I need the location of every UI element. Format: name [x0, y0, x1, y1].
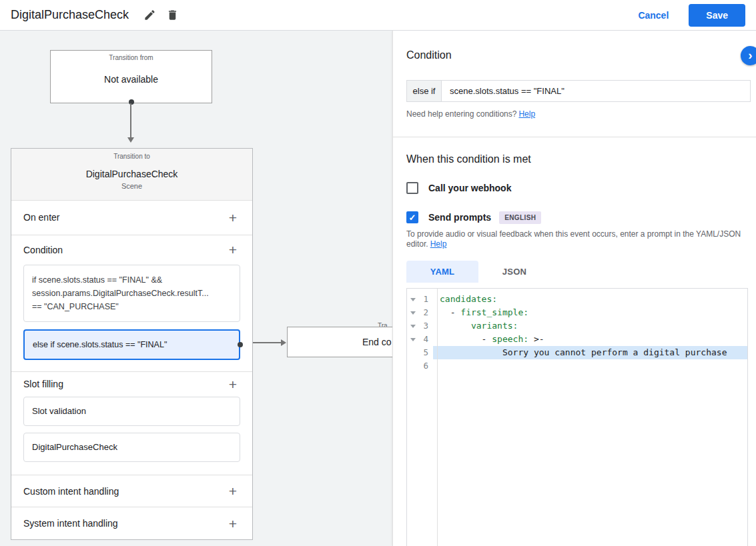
condition-text-line: session.params.DigitalPurchaseCheck.resu… — [32, 287, 232, 300]
yaml-key: speech: — [492, 334, 528, 344]
condition-text-line: == "CAN_PURCHASE" — [32, 300, 232, 313]
on-enter-label: On enter — [23, 212, 59, 223]
code-line-6: 6 — [407, 359, 747, 373]
fold-icon[interactable] — [410, 325, 416, 328]
code-line-2: 2 - first_simple: — [407, 306, 747, 319]
editor-hint-text: To provide audio or visual feedback when… — [406, 229, 743, 249]
end-conversation-node[interactable]: End co — [287, 327, 394, 357]
send-prompts-checkbox[interactable] — [406, 211, 418, 223]
transition-to-label: Transition to — [11, 149, 252, 160]
slot-card-text: Slot validation — [32, 406, 86, 416]
add-system-intent-button[interactable] — [226, 516, 240, 531]
condition-editor-panel: Condition else if Need help entering con… — [392, 31, 756, 546]
trash-icon — [166, 9, 179, 21]
condition-selected-text: else if scene.slots.status == "FINAL" — [33, 338, 167, 351]
conditions-help-text: Need help entering conditions?Help — [406, 109, 535, 119]
transition-from-node[interactable]: Transition from Not available — [50, 50, 212, 103]
line-number: 6 — [418, 359, 433, 373]
line-number: 2 — [418, 306, 433, 319]
connector-port-dot — [238, 342, 243, 347]
line-number: 5 — [418, 346, 433, 359]
webhook-checkbox[interactable] — [406, 182, 418, 194]
top-bar: DigitalPurchaseCheck Cancel Save — [0, 0, 756, 31]
condition-card-selected[interactable]: else if scene.slots.status == "FINAL" — [23, 329, 240, 360]
add-condition-button[interactable] — [226, 243, 240, 257]
editor-help-link[interactable]: Help — [430, 239, 447, 249]
section-system-intent-handling[interactable]: System intent handling — [11, 507, 252, 539]
send-prompts-row: Send prompts ENGLISH — [406, 211, 541, 224]
condition-card-first[interactable]: if scene.slots.status == "FINAL" && sess… — [23, 265, 240, 322]
hint-body: To provide audio or visual feedback when… — [406, 229, 741, 249]
condition-expression-input[interactable] — [441, 80, 751, 102]
delete-scene-button[interactable] — [161, 4, 183, 27]
arrow-down-icon — [127, 137, 134, 143]
cancel-button[interactable]: Cancel — [638, 10, 669, 21]
page-title: DigitalPurchaseCheck — [11, 8, 129, 22]
add-slot-button[interactable] — [226, 377, 240, 391]
chevron-right-icon — [748, 51, 752, 61]
language-badge: ENGLISH — [499, 211, 541, 224]
fold-icon[interactable] — [410, 311, 416, 315]
panel-title: Condition — [406, 49, 452, 61]
scene-node-title: DigitalPurchaseCheck — [11, 169, 252, 179]
code-line-3: 3 variants: — [407, 319, 747, 333]
add-custom-intent-button[interactable] — [226, 484, 240, 499]
custom-intent-label: Custom intent handling — [23, 486, 119, 497]
connector-line-vertical — [130, 103, 131, 137]
slot-card-text: DigitalPurchaseCheck — [32, 442, 117, 452]
conditions-help-link[interactable]: Help — [518, 109, 535, 119]
yaml-code-editor[interactable]: 1 candidates: 2 - first_simple: 3 varian… — [406, 288, 748, 546]
yaml-plain: - — [440, 307, 460, 317]
yaml-key: candidates: — [440, 294, 497, 304]
code-line-4: 4 - speech: >- — [407, 333, 747, 346]
tab-yaml[interactable]: YAML — [406, 261, 478, 283]
arrow-right-icon — [281, 339, 286, 346]
panel-divider — [393, 137, 756, 137]
help-prompt-text: Need help entering conditions? — [406, 109, 516, 119]
line-number: 3 — [418, 319, 433, 333]
edit-name-button[interactable] — [138, 4, 161, 27]
condition-input-row: else if — [406, 80, 751, 102]
webhook-label: Call your webhook — [428, 183, 511, 193]
slot-filling-label: Slot filling — [23, 379, 63, 389]
section-custom-intent-handling[interactable]: Custom intent handling — [11, 475, 252, 507]
slot-filling-section-head: Slot filling — [11, 372, 252, 397]
yaml-key: variants: — [471, 321, 518, 331]
yaml-plain: >- — [528, 334, 544, 344]
condition-operator-label: else if — [406, 80, 442, 102]
scene-node-subtitle: Scene — [11, 182, 252, 190]
slot-card-digital-purchase-check[interactable]: DigitalPurchaseCheck — [23, 433, 240, 462]
yaml-plain: - — [440, 334, 492, 344]
webhook-row: Call your webhook — [406, 181, 511, 195]
condition-section-head: Condition — [11, 235, 252, 265]
yaml-key: first_simple: — [460, 307, 528, 317]
line-number: 1 — [418, 293, 433, 306]
code-line-1: 1 candidates: — [407, 293, 747, 306]
yaml-plain — [440, 321, 471, 331]
fold-icon[interactable] — [410, 298, 416, 301]
condition-section-label: Condition — [23, 245, 63, 255]
scene-flow-canvas: Transition from Not available Tra End co… — [0, 31, 392, 546]
section-slot-filling: Slot filling Slot validation DigitalPurc… — [11, 372, 252, 475]
tab-json[interactable]: JSON — [478, 261, 550, 283]
collapse-panel-button[interactable] — [741, 46, 756, 65]
code-line-5-highlighted: 5 Sorry you cannot perform a digital pur… — [407, 346, 747, 359]
editor-tabs: YAML JSON — [406, 261, 550, 283]
line-number: 4 — [418, 333, 433, 346]
scene-node: Transition to DigitalPurchaseCheck Scene… — [11, 148, 253, 540]
add-on-enter-button[interactable] — [226, 210, 240, 225]
section-condition: Condition if scene.slots.status == "FINA… — [11, 235, 252, 372]
system-intent-label: System intent handling — [23, 518, 118, 529]
save-button[interactable]: Save — [689, 4, 745, 27]
end-node-value: End co — [362, 337, 392, 347]
send-prompts-label: Send prompts — [428, 212, 491, 223]
condition-text-line: if scene.slots.status == "FINAL" && — [32, 273, 232, 287]
transition-from-value: Not available — [51, 51, 212, 103]
yaml-plain: Sorry you cannot perform a digital purch… — [440, 347, 727, 357]
scene-node-header[interactable]: Transition to DigitalPurchaseCheck Scene — [11, 149, 252, 201]
section-on-enter[interactable]: On enter — [11, 201, 252, 235]
slot-card-validation[interactable]: Slot validation — [23, 397, 240, 426]
fold-icon[interactable] — [410, 338, 416, 341]
pencil-icon — [143, 9, 156, 21]
condition-met-heading: When this condition is met — [406, 153, 531, 165]
